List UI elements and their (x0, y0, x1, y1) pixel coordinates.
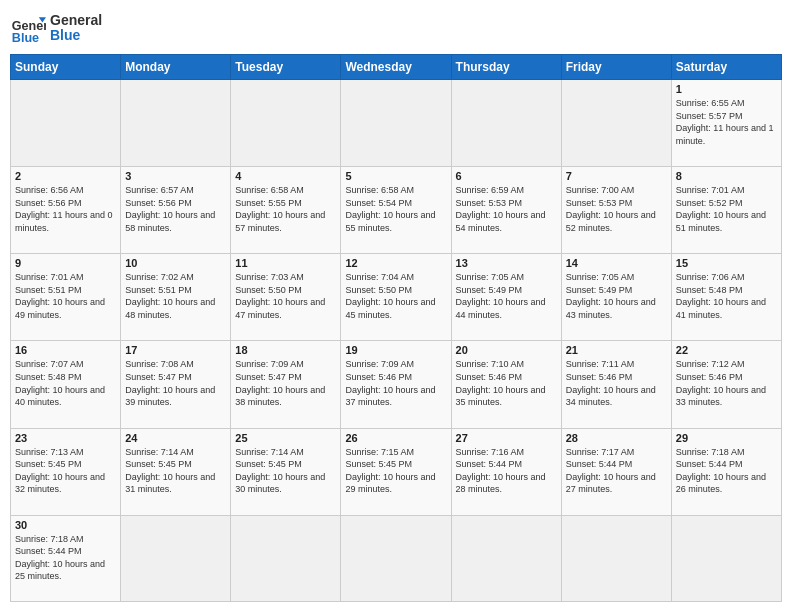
calendar-cell: 16Sunrise: 7:07 AMSunset: 5:48 PMDayligh… (11, 341, 121, 428)
day-info: Sunrise: 7:01 AMSunset: 5:51 PMDaylight:… (15, 271, 116, 321)
calendar-cell: 18Sunrise: 7:09 AMSunset: 5:47 PMDayligh… (231, 341, 341, 428)
logo: General Blue General Blue (10, 10, 102, 46)
day-info: Sunrise: 7:13 AMSunset: 5:45 PMDaylight:… (15, 446, 116, 496)
day-info: Sunrise: 7:09 AMSunset: 5:47 PMDaylight:… (235, 358, 336, 408)
calendar-cell: 29Sunrise: 7:18 AMSunset: 5:44 PMDayligh… (671, 428, 781, 515)
calendar-cell (341, 515, 451, 601)
calendar-day-header: Thursday (451, 55, 561, 80)
day-number: 19 (345, 344, 446, 356)
day-number: 11 (235, 257, 336, 269)
day-info: Sunrise: 7:18 AMSunset: 5:44 PMDaylight:… (15, 533, 116, 583)
day-number: 2 (15, 170, 116, 182)
calendar-cell (561, 80, 671, 167)
day-info: Sunrise: 6:57 AMSunset: 5:56 PMDaylight:… (125, 184, 226, 234)
day-info: Sunrise: 7:05 AMSunset: 5:49 PMDaylight:… (456, 271, 557, 321)
day-info: Sunrise: 7:04 AMSunset: 5:50 PMDaylight:… (345, 271, 446, 321)
calendar-cell: 22Sunrise: 7:12 AMSunset: 5:46 PMDayligh… (671, 341, 781, 428)
calendar-day-header: Friday (561, 55, 671, 80)
day-number: 23 (15, 432, 116, 444)
day-number: 5 (345, 170, 446, 182)
calendar-cell: 25Sunrise: 7:14 AMSunset: 5:45 PMDayligh… (231, 428, 341, 515)
day-info: Sunrise: 6:55 AMSunset: 5:57 PMDaylight:… (676, 97, 777, 147)
day-info: Sunrise: 7:03 AMSunset: 5:50 PMDaylight:… (235, 271, 336, 321)
day-number: 6 (456, 170, 557, 182)
day-info: Sunrise: 7:16 AMSunset: 5:44 PMDaylight:… (456, 446, 557, 496)
day-number: 24 (125, 432, 226, 444)
day-number: 12 (345, 257, 446, 269)
calendar-cell: 21Sunrise: 7:11 AMSunset: 5:46 PMDayligh… (561, 341, 671, 428)
day-number: 17 (125, 344, 226, 356)
calendar-cell: 17Sunrise: 7:08 AMSunset: 5:47 PMDayligh… (121, 341, 231, 428)
logo-general: General (50, 13, 102, 28)
day-number: 26 (345, 432, 446, 444)
day-number: 4 (235, 170, 336, 182)
calendar-cell (121, 80, 231, 167)
day-number: 29 (676, 432, 777, 444)
calendar-cell: 3Sunrise: 6:57 AMSunset: 5:56 PMDaylight… (121, 167, 231, 254)
day-number: 25 (235, 432, 336, 444)
calendar-cell: 15Sunrise: 7:06 AMSunset: 5:48 PMDayligh… (671, 254, 781, 341)
day-number: 16 (15, 344, 116, 356)
day-info: Sunrise: 7:09 AMSunset: 5:46 PMDaylight:… (345, 358, 446, 408)
calendar-cell: 28Sunrise: 7:17 AMSunset: 5:44 PMDayligh… (561, 428, 671, 515)
day-info: Sunrise: 6:56 AMSunset: 5:56 PMDaylight:… (15, 184, 116, 234)
calendar-cell: 26Sunrise: 7:15 AMSunset: 5:45 PMDayligh… (341, 428, 451, 515)
calendar-table: SundayMondayTuesdayWednesdayThursdayFrid… (10, 54, 782, 602)
calendar-cell: 10Sunrise: 7:02 AMSunset: 5:51 PMDayligh… (121, 254, 231, 341)
day-number: 14 (566, 257, 667, 269)
calendar-cell: 12Sunrise: 7:04 AMSunset: 5:50 PMDayligh… (341, 254, 451, 341)
day-number: 8 (676, 170, 777, 182)
day-info: Sunrise: 7:05 AMSunset: 5:49 PMDaylight:… (566, 271, 667, 321)
calendar-cell (451, 80, 561, 167)
day-info: Sunrise: 7:14 AMSunset: 5:45 PMDaylight:… (235, 446, 336, 496)
day-info: Sunrise: 7:15 AMSunset: 5:45 PMDaylight:… (345, 446, 446, 496)
calendar-header-row: SundayMondayTuesdayWednesdayThursdayFrid… (11, 55, 782, 80)
day-info: Sunrise: 7:10 AMSunset: 5:46 PMDaylight:… (456, 358, 557, 408)
day-info: Sunrise: 6:58 AMSunset: 5:55 PMDaylight:… (235, 184, 336, 234)
calendar-cell: 2Sunrise: 6:56 AMSunset: 5:56 PMDaylight… (11, 167, 121, 254)
calendar-day-header: Tuesday (231, 55, 341, 80)
day-number: 28 (566, 432, 667, 444)
calendar-cell: 1Sunrise: 6:55 AMSunset: 5:57 PMDaylight… (671, 80, 781, 167)
day-number: 7 (566, 170, 667, 182)
day-info: Sunrise: 7:11 AMSunset: 5:46 PMDaylight:… (566, 358, 667, 408)
day-info: Sunrise: 7:07 AMSunset: 5:48 PMDaylight:… (15, 358, 116, 408)
calendar-cell: 5Sunrise: 6:58 AMSunset: 5:54 PMDaylight… (341, 167, 451, 254)
calendar-cell: 20Sunrise: 7:10 AMSunset: 5:46 PMDayligh… (451, 341, 561, 428)
logo-blue: Blue (50, 28, 102, 43)
calendar-cell: 30Sunrise: 7:18 AMSunset: 5:44 PMDayligh… (11, 515, 121, 601)
calendar-cell (451, 515, 561, 601)
day-info: Sunrise: 7:08 AMSunset: 5:47 PMDaylight:… (125, 358, 226, 408)
day-number: 9 (15, 257, 116, 269)
svg-text:Blue: Blue (12, 31, 39, 45)
day-number: 13 (456, 257, 557, 269)
calendar-cell (231, 515, 341, 601)
header: General Blue General Blue (10, 10, 782, 46)
calendar-cell: 13Sunrise: 7:05 AMSunset: 5:49 PMDayligh… (451, 254, 561, 341)
page-container: General Blue General Blue SundayMondayTu… (0, 0, 792, 612)
calendar-cell: 14Sunrise: 7:05 AMSunset: 5:49 PMDayligh… (561, 254, 671, 341)
day-number: 22 (676, 344, 777, 356)
day-number: 3 (125, 170, 226, 182)
day-info: Sunrise: 7:02 AMSunset: 5:51 PMDaylight:… (125, 271, 226, 321)
day-number: 21 (566, 344, 667, 356)
calendar-cell: 27Sunrise: 7:16 AMSunset: 5:44 PMDayligh… (451, 428, 561, 515)
day-info: Sunrise: 7:00 AMSunset: 5:53 PMDaylight:… (566, 184, 667, 234)
calendar-cell: 9Sunrise: 7:01 AMSunset: 5:51 PMDaylight… (11, 254, 121, 341)
calendar-cell (341, 80, 451, 167)
day-info: Sunrise: 7:01 AMSunset: 5:52 PMDaylight:… (676, 184, 777, 234)
calendar-cell (121, 515, 231, 601)
day-info: Sunrise: 6:59 AMSunset: 5:53 PMDaylight:… (456, 184, 557, 234)
calendar-cell: 4Sunrise: 6:58 AMSunset: 5:55 PMDaylight… (231, 167, 341, 254)
day-number: 18 (235, 344, 336, 356)
day-info: Sunrise: 7:14 AMSunset: 5:45 PMDaylight:… (125, 446, 226, 496)
calendar-day-header: Monday (121, 55, 231, 80)
calendar-cell: 11Sunrise: 7:03 AMSunset: 5:50 PMDayligh… (231, 254, 341, 341)
day-info: Sunrise: 7:17 AMSunset: 5:44 PMDaylight:… (566, 446, 667, 496)
calendar-cell: 7Sunrise: 7:00 AMSunset: 5:53 PMDaylight… (561, 167, 671, 254)
calendar-cell: 19Sunrise: 7:09 AMSunset: 5:46 PMDayligh… (341, 341, 451, 428)
calendar-cell (231, 80, 341, 167)
day-info: Sunrise: 6:58 AMSunset: 5:54 PMDaylight:… (345, 184, 446, 234)
calendar-cell (671, 515, 781, 601)
day-number: 30 (15, 519, 116, 531)
